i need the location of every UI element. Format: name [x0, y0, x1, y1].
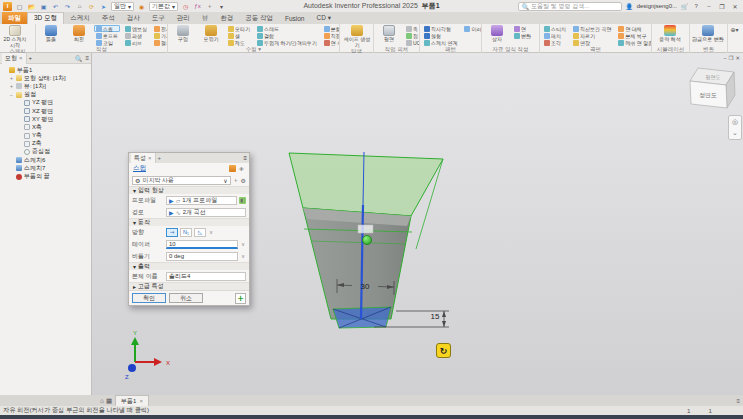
restore-button[interactable]: ❐	[717, 1, 727, 11]
browser-tree-item[interactable]: 스케치6	[2, 156, 91, 164]
browser-tree-item[interactable]: Y축	[2, 132, 91, 140]
ribbon-small-button[interactable]: 전사	[152, 25, 168, 32]
ribbon-big-button[interactable]: 모깎기	[198, 25, 224, 43]
update-icon[interactable]: ⟳	[87, 2, 96, 11]
ribbon-tab[interactable]: 공동 작업	[239, 12, 279, 24]
undo-icon[interactable]: ↶	[51, 2, 60, 11]
user-avatar-icon[interactable]: 👤	[625, 2, 634, 11]
browser-tree-item[interactable]: XY 평면	[2, 115, 91, 123]
browser-tree-item[interactable]: + 모형 상태: [1차]	[2, 74, 91, 82]
material-combo[interactable]: 일반▾	[111, 2, 134, 11]
command-title-link[interactable]: 스윕	[133, 164, 146, 173]
return-icon[interactable]: ⌂	[75, 2, 84, 11]
ribbon-small-button[interactable]: 조각	[542, 39, 568, 46]
ribbon-small-button[interactable]: 스레드	[255, 25, 319, 32]
chevron-down-icon[interactable]: ∨	[240, 241, 246, 247]
new-file-icon[interactable]: ▢	[15, 2, 24, 11]
steering-wheel-icon[interactable]: ◎	[730, 117, 740, 127]
ribbon-tab[interactable]: Fusion	[279, 12, 311, 24]
browser-tree-item[interactable]: X축	[2, 123, 91, 131]
ribbon-tab[interactable]: 파일	[2, 12, 27, 24]
browser-new-tab-button[interactable]: +	[29, 55, 33, 61]
home-icon[interactable]: ⌂	[100, 397, 104, 405]
help-icon[interactable]: ？	[692, 2, 701, 11]
web-help-globe-icon[interactable]: ⊕▾	[730, 25, 739, 34]
ribbon-small-button[interactable]: 코일	[94, 39, 120, 46]
ribbon-small-button[interactable]: 면	[512, 25, 533, 32]
ribbon-tab[interactable]: 주석	[96, 12, 121, 24]
profiles-selector[interactable]: ▶ ▱ 1개 프로파일	[166, 196, 237, 205]
document-tab[interactable]: 부품1 ×	[115, 395, 149, 406]
taper-input[interactable]: 10	[166, 240, 238, 249]
ribbon-small-button[interactable]: 원형	[422, 32, 459, 39]
ribbon-tab[interactable]: CD ▾	[310, 12, 336, 24]
close-icon[interactable]: ×	[19, 55, 23, 61]
panel-menu-icon[interactable]: ≡	[243, 155, 247, 161]
appearance-globe-icon[interactable]: ◉	[137, 2, 146, 11]
preset-settings-icon[interactable]: ⚙	[241, 177, 246, 184]
ribbon-small-button[interactable]: 변환	[512, 32, 533, 39]
ribbon-tab[interactable]: 뷰	[196, 12, 215, 24]
browser-tree-item[interactable]: 부품의 끝	[2, 172, 91, 180]
browser-tree-item[interactable]: YZ 평면	[2, 99, 91, 107]
ribbon-small-button[interactable]: 두껍게 하기/간격띄우기	[255, 39, 319, 46]
help-search-input[interactable]: 🔍 도움말 및 명령 검색...	[518, 2, 622, 11]
section-advanced[interactable]: ▸고급 특성	[129, 282, 249, 290]
user-name[interactable]: designjseng0...	[637, 3, 677, 9]
solid-output-icon[interactable]	[229, 165, 236, 172]
ribbon-small-button[interactable]: 미러	[462, 25, 482, 32]
ribbon-small-button[interactable]: 직선보간 곡면	[571, 25, 613, 32]
view-cube[interactable]: 정면도 평면도	[690, 68, 735, 108]
minimize-button[interactable]: ‒	[704, 1, 714, 11]
measure-icon[interactable]: ◷	[181, 2, 190, 11]
ribbon-tab[interactable]: 스케치	[64, 12, 96, 24]
apply-new-icon[interactable]: ＋	[235, 293, 246, 304]
ribbon-small-button[interactable]: 패치	[542, 32, 568, 39]
doc-restore-icon[interactable]: ❐	[728, 55, 733, 61]
doc-close-icon[interactable]: ✕	[735, 55, 740, 61]
expand-toggle[interactable]: +	[9, 75, 14, 81]
section-output[interactable]: ▾출력	[129, 262, 249, 270]
ribbon-small-button[interactable]: 가져오기	[152, 32, 168, 39]
ribbon-small-button[interactable]: 셸	[226, 32, 252, 39]
twist-input[interactable]: 0 deg	[166, 252, 238, 261]
add-command-icon[interactable]: ＋	[205, 2, 214, 11]
ribbon-big-button[interactable]: 판금으로 변환	[692, 25, 724, 43]
ribbon-tab[interactable]: 환경	[214, 12, 239, 24]
section-behavior[interactable]: ▾동작	[129, 218, 249, 226]
tab-list-menu-icon[interactable]: ≡	[736, 398, 740, 404]
solid-body-select-icon[interactable]: ◧	[239, 197, 246, 204]
path-selector[interactable]: ▶ ∿ 2개 곡선	[166, 208, 246, 217]
browser-tree-item[interactable]: 부품1	[2, 66, 91, 74]
ok-button[interactable]: 확인	[132, 293, 166, 303]
dimension-height-value[interactable]: 15	[431, 312, 440, 321]
close-icon[interactable]: ×	[148, 155, 152, 161]
orientation-fixed-button[interactable]: N₁	[180, 228, 192, 237]
cancel-button[interactable]: 취소	[169, 293, 203, 303]
ribbon-small-button[interactable]: 스윕	[94, 25, 120, 32]
browser-tree-item[interactable]: 스케치7	[2, 164, 91, 172]
ribbon-big-button[interactable]: 회전	[66, 25, 92, 43]
ribbon-small-button[interactable]: 면 대체	[616, 25, 652, 32]
ribbon-small-button[interactable]: 결합	[255, 32, 319, 39]
preset-add-icon[interactable]: ＋	[233, 176, 239, 185]
ribbon-tab[interactable]: 3D 모형	[27, 12, 64, 24]
ribbon-small-button[interactable]: 모따기	[226, 25, 252, 32]
properties-tab[interactable]: 특성 ×	[131, 153, 156, 163]
body-name-input[interactable]: 솔리드4	[166, 272, 246, 281]
ribbon-tab[interactable]: 도구	[146, 12, 171, 24]
dimension-width-value[interactable]: 30	[361, 282, 370, 291]
chevron-down-icon[interactable]: ∨	[240, 253, 246, 259]
properties-new-tab-button[interactable]: +	[158, 155, 162, 161]
ribbon-small-button[interactable]: UCS	[404, 39, 420, 46]
ribbon-small-button[interactable]: 메쉬 면 맞춤	[616, 39, 652, 46]
ribbon-small-button[interactable]: 스티치	[542, 25, 568, 32]
ribbon-small-button[interactable]: 직접	[322, 32, 340, 39]
ribbon-big-button[interactable]: 응력 해석	[654, 25, 686, 43]
doc-minimize-icon[interactable]: ‒	[723, 55, 726, 61]
ribbon-small-button[interactable]: 분할	[322, 25, 340, 32]
inventor-logo-icon[interactable]: I	[3, 2, 12, 11]
ribbon-small-button[interactable]: 로프트	[94, 32, 120, 39]
close-icon[interactable]: ×	[139, 398, 143, 404]
open-file-icon[interactable]: 📂	[27, 2, 36, 11]
